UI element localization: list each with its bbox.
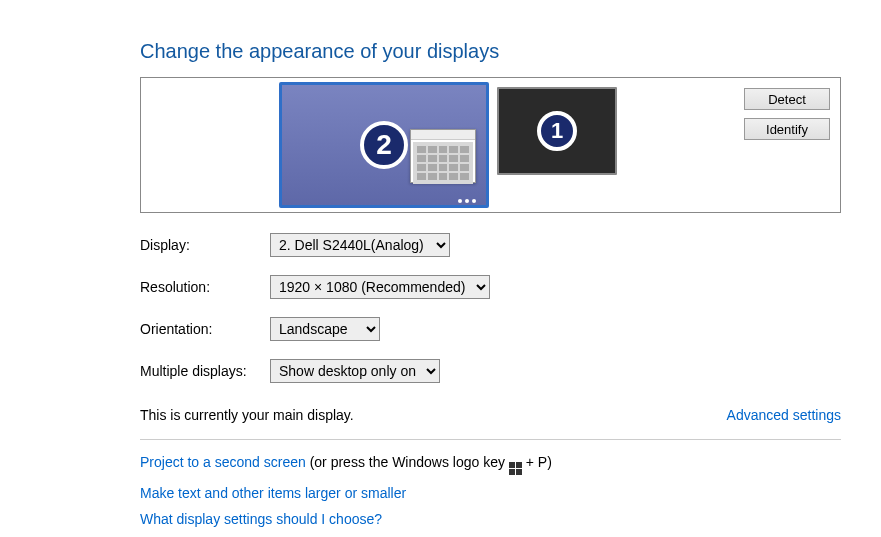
project-screen-link[interactable]: Project to a second screen bbox=[140, 454, 306, 470]
multiple-displays-select[interactable]: Show desktop only on 2 bbox=[270, 359, 440, 383]
windows-logo-icon bbox=[509, 462, 522, 475]
monitor-number-badge: 1 bbox=[537, 111, 577, 151]
orientation-label: Orientation: bbox=[140, 321, 270, 337]
divider bbox=[140, 439, 841, 440]
detect-button[interactable]: Detect bbox=[744, 88, 830, 110]
project-suffix-text: (or press the Windows logo key bbox=[306, 454, 509, 470]
text-size-link[interactable]: Make text and other items larger or smal… bbox=[140, 485, 406, 501]
monitor-arrangement[interactable]: 2 1 bbox=[279, 82, 617, 208]
resolution-select[interactable]: 1920 × 1080 (Recommended) bbox=[270, 275, 490, 299]
display-preview-box: 2 1 Detect Identi bbox=[140, 77, 841, 213]
main-display-status: This is currently your main display. bbox=[140, 407, 354, 423]
taskbar-icon bbox=[458, 199, 476, 203]
page-title: Change the appearance of your displays bbox=[140, 40, 841, 63]
project-suffix-text-2: + P) bbox=[522, 454, 552, 470]
help-link[interactable]: What display settings should I choose? bbox=[140, 511, 382, 527]
resolution-label: Resolution: bbox=[140, 279, 270, 295]
display-select[interactable]: 2. Dell S2440L(Analog) bbox=[270, 233, 450, 257]
display-label: Display: bbox=[140, 237, 270, 253]
monitor-number-badge: 2 bbox=[360, 121, 408, 169]
monitor-2[interactable]: 2 bbox=[279, 82, 489, 208]
orientation-select[interactable]: Landscape bbox=[270, 317, 380, 341]
multiple-displays-label: Multiple displays: bbox=[140, 363, 270, 379]
monitor-1[interactable]: 1 bbox=[497, 87, 617, 175]
calculator-icon bbox=[410, 129, 476, 183]
advanced-settings-link[interactable]: Advanced settings bbox=[727, 407, 841, 423]
identify-button[interactable]: Identify bbox=[744, 118, 830, 140]
